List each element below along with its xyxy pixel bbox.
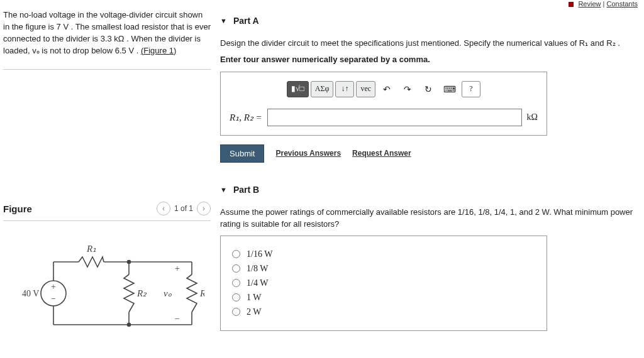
top-nav: Review | Constants — [569, 0, 638, 8]
figure-counter: 1 of 1 — [174, 204, 193, 213]
circuit-diagram: R₁ R₂ vₒ RL 40 V + − + − — [3, 243, 211, 345]
radio-1-4w[interactable] — [232, 279, 240, 287]
partA-question: Design the divider circuit to meet the s… — [220, 37, 638, 50]
radio-1w[interactable] — [232, 293, 240, 301]
figure-link[interactable]: (Figure 1) — [141, 46, 176, 55]
constants-link[interactable]: Constants — [606, 0, 638, 8]
partA-answer-box: ▮√□ ΑΣφ ↓↑ vec ↶ ↷ ↻ ⌨ ? R₁, R₂ = kΩ — [220, 72, 547, 136]
svg-point-13 — [128, 323, 131, 327]
option-1w[interactable]: 1 W — [232, 293, 535, 303]
svg-text:−: − — [51, 294, 56, 303]
svg-text:R₁: R₁ — [86, 244, 96, 254]
separator — [3, 69, 211, 70]
figure-separator — [3, 220, 211, 221]
figure-title: Figure — [3, 203, 32, 214]
symbols-icon[interactable]: ΑΣφ — [311, 81, 334, 97]
problem-intro: The no-load voltage in the voltage-divid… — [3, 9, 211, 57]
figure-next-button[interactable]: › — [197, 202, 211, 215]
keyboard-icon[interactable]: ⌨ — [440, 81, 460, 97]
svg-point-12 — [128, 261, 131, 264]
intro-text: The no-load voltage in the voltage-divid… — [3, 10, 211, 55]
option-label: 1 W — [247, 293, 261, 303]
undo-icon[interactable]: ↶ — [377, 81, 396, 97]
review-link[interactable]: Review — [578, 0, 601, 8]
partB-caret-icon[interactable]: ▼ — [220, 186, 227, 193]
answer-input[interactable] — [267, 109, 522, 126]
reset-icon[interactable]: ↻ — [419, 81, 438, 97]
svg-text:40 V: 40 V — [22, 289, 39, 298]
partB-title: Part B — [233, 185, 259, 195]
svg-text:RL: RL — [199, 288, 204, 300]
review-icon — [569, 2, 574, 7]
svg-text:R₂: R₂ — [136, 288, 147, 298]
partA-title: Part A — [233, 16, 259, 26]
answer-vars: R₁, R₂ = — [230, 112, 262, 123]
option-label: 2 W — [247, 307, 261, 317]
option-1-16w[interactable]: 1/16 W — [232, 249, 535, 259]
option-2w[interactable]: 2 W — [232, 307, 535, 317]
svg-text:vₒ: vₒ — [164, 288, 172, 298]
option-1-8w[interactable]: 1/8 W — [232, 264, 535, 274]
template-icon[interactable]: ▮√□ — [287, 81, 309, 97]
partB-options: 1/16 W 1/8 W 1/4 W 1 W 2 W — [220, 236, 547, 331]
svg-text:−: − — [175, 314, 180, 323]
partB-question: Assume the power ratings of commercially… — [220, 206, 638, 231]
radio-2w[interactable] — [232, 308, 240, 316]
request-answer-link[interactable]: Request Answer — [352, 149, 411, 158]
radio-1-16w[interactable] — [232, 250, 240, 258]
svg-text:+: + — [51, 282, 56, 291]
option-1-4w[interactable]: 1/4 W — [232, 278, 535, 288]
answer-unit: kΩ — [527, 112, 538, 122]
help-icon[interactable]: ? — [462, 81, 480, 97]
partA-instruction: Enter tour answer numerically separated … — [220, 55, 638, 64]
option-label: 1/16 W — [247, 249, 272, 259]
partA-caret-icon[interactable]: ▼ — [220, 17, 227, 24]
submit-button[interactable]: Submit — [220, 144, 264, 163]
svg-text:+: + — [175, 264, 180, 273]
redo-icon[interactable]: ↷ — [398, 81, 417, 97]
formula-toolbar: ▮√□ ΑΣφ ↓↑ vec ↶ ↷ ↻ ⌨ ? — [230, 81, 538, 97]
figure-prev-button[interactable]: ‹ — [157, 202, 170, 215]
previous-answers-link[interactable]: Previous Answers — [275, 149, 341, 158]
option-label: 1/8 W — [247, 264, 268, 274]
vector-icon[interactable]: vec — [356, 81, 375, 97]
option-label: 1/4 W — [247, 278, 268, 288]
radio-1-8w[interactable] — [232, 264, 240, 273]
subscript-icon[interactable]: ↓↑ — [335, 81, 354, 97]
